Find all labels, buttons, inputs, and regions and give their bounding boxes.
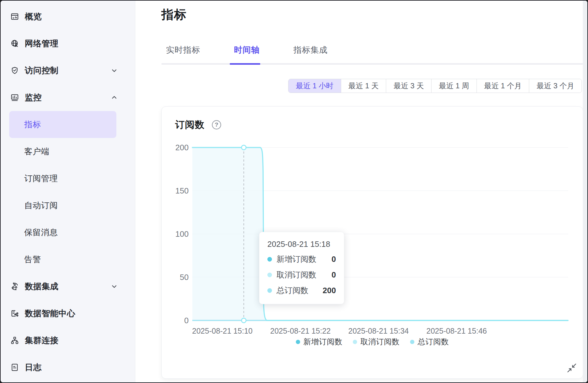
sidebar-item-label: 概览: [25, 11, 42, 22]
legend-item-cancel-subscriptions[interactable]: 取消订阅数: [353, 337, 400, 347]
legend-dot-new: [296, 340, 300, 344]
sidebar-item-logs[interactable]: 日志: [1, 354, 135, 381]
main-content: 指标 实时指标 时间轴 指标集成 最近 1 小时 最近 1 天 最近 3 天 最…: [136, 1, 587, 382]
sidebar-item-label: 数据集成: [25, 281, 58, 292]
sidebar-item-access-control[interactable]: 访问控制: [1, 57, 135, 84]
sidebar-subitem-retained-messages[interactable]: 保留消息: [9, 219, 116, 246]
sidebar-item-data-intelligence[interactable]: 数据智能中心: [1, 300, 135, 327]
tooltip-row: 新增订阅数 0: [267, 254, 336, 265]
globe-icon: [10, 39, 19, 48]
data-intelligence-icon: [10, 309, 19, 318]
y-tick-label: 150: [175, 186, 189, 195]
tab-timeline[interactable]: 时间轴: [234, 44, 260, 56]
legend-label: 总订阅数: [418, 337, 449, 347]
sidebar-subitem-label: 指标: [24, 119, 41, 130]
range-button-1d[interactable]: 最近 1 天: [341, 79, 386, 93]
tooltip-row-label: 取消订阅数: [277, 270, 316, 280]
series-dot-cancel: [267, 273, 272, 277]
legend-item-new-subscriptions[interactable]: 新增订阅数: [296, 337, 343, 347]
range-button-1mo[interactable]: 最近 1 个月: [477, 79, 529, 93]
chart-legend: 新增订阅数 取消订阅数 总订阅数: [162, 337, 583, 347]
sidebar-subitem-alarms[interactable]: 告警: [9, 246, 116, 273]
range-button-3d[interactable]: 最近 3 天: [386, 79, 431, 93]
tooltip-row: 取消订阅数 0: [267, 270, 336, 280]
data-integration-icon: [10, 282, 19, 291]
tab-metrics-integration[interactable]: 指标集成: [293, 44, 328, 56]
chevron-up-icon[interactable]: [111, 94, 118, 101]
tab-realtime-metrics[interactable]: 实时指标: [166, 44, 200, 56]
page-title: 指标: [161, 6, 187, 23]
series-dot-new: [267, 257, 272, 262]
x-tick-label: 2025-08-21 15:46: [426, 327, 487, 335]
tooltip-row-value: 200: [323, 286, 336, 295]
sidebar-item-cluster-linking[interactable]: 集群连接: [1, 327, 135, 354]
sidebar-item-label: 访问控制: [25, 65, 58, 76]
chevron-down-icon[interactable]: [111, 67, 118, 74]
sidebar-item-label: 监控: [25, 92, 42, 103]
tooltip-row-value: 0: [332, 270, 336, 280]
sidebar-subitem-label: 客户端: [24, 146, 50, 157]
legend-label: 新增订阅数: [303, 337, 343, 347]
hover-marker-bottom: [242, 318, 246, 323]
sidebar-item-label: 日志: [25, 362, 42, 373]
legend-item-total-subscriptions[interactable]: 总订阅数: [410, 337, 449, 347]
y-tick-label: 0: [184, 316, 189, 325]
sidebar-subitem-auto-subscribe[interactable]: 自动订阅: [9, 192, 116, 219]
scrollbar-track[interactable]: [583, 1, 587, 382]
sidebar-subitem-metrics[interactable]: 指标: [9, 111, 116, 138]
legend-label: 取消订阅数: [360, 337, 400, 347]
total-subscriptions-area: [192, 147, 267, 320]
overview-icon: [10, 12, 19, 21]
sidebar-subitem-clients[interactable]: 客户端: [9, 138, 116, 165]
sidebar-subitem-subscriptions[interactable]: 订阅管理: [9, 165, 116, 192]
sidebar-subitem-label: 自动订阅: [24, 200, 58, 211]
sidebar-item-data-integration[interactable]: 数据集成: [1, 273, 135, 300]
y-tick-label: 50: [180, 273, 189, 282]
tab-bar: 实时指标 时间轴 指标集成: [166, 44, 328, 56]
sidebar: 概览 网络管理 访问控制 监控 指: [1, 1, 135, 382]
sidebar-item-label: 集群连接: [25, 335, 58, 346]
subscriptions-chart-card: 订阅数 ?: [161, 106, 583, 379]
tooltip-row-label: 新增订阅数: [277, 254, 316, 265]
legend-dot-cancel: [353, 340, 357, 344]
sidebar-subitem-label: 保留消息: [24, 227, 58, 238]
sidebar-item-network[interactable]: 网络管理: [1, 30, 135, 57]
hover-marker-top: [242, 145, 246, 150]
range-button-3mo[interactable]: 最近 3 个月: [529, 79, 582, 93]
tooltip-row: 总订阅数 200: [267, 285, 336, 296]
logs-icon: [10, 363, 19, 372]
range-button-1h[interactable]: 最近 1 小时: [288, 79, 341, 93]
tab-active-indicator: [230, 63, 260, 65]
sidebar-item-label: 数据智能中心: [25, 308, 75, 319]
time-range-group: 最近 1 小时 最近 1 天 最近 3 天 最近 1 周 最近 1 个月 最近 …: [288, 79, 582, 93]
chart-tooltip: 2025-08-21 15:18 新增订阅数 0 取消订阅数 0 总订阅数 20…: [259, 232, 344, 304]
y-tick-label: 200: [175, 143, 189, 152]
sidebar-subitem-label: 告警: [24, 254, 41, 265]
sidebar-item-monitoring[interactable]: 监控: [1, 84, 135, 111]
x-tick-label: 2025-08-21 15:22: [270, 327, 330, 335]
cluster-icon: [10, 336, 19, 345]
tab-underline-track: [161, 63, 583, 65]
y-tick-label: 100: [175, 229, 189, 239]
monitor-chart-icon: [10, 93, 19, 102]
legend-dot-total: [410, 340, 414, 344]
series-dot-total: [267, 288, 272, 293]
chevron-down-icon[interactable]: [111, 283, 118, 290]
tooltip-timestamp: 2025-08-21 15:18: [267, 239, 336, 249]
range-button-1w[interactable]: 最近 1 周: [431, 79, 477, 93]
sidebar-item-label: 网络管理: [25, 38, 58, 49]
sidebar-subitem-label: 订阅管理: [24, 173, 58, 184]
sidebar-item-overview[interactable]: 概览: [1, 3, 135, 30]
shield-check-icon: [10, 66, 19, 75]
tooltip-row-value: 0: [332, 255, 336, 264]
tooltip-row-label: 总订阅数: [277, 285, 308, 296]
x-tick-label: 2025-08-21 15:10: [192, 327, 252, 335]
collapse-icon[interactable]: [566, 362, 577, 373]
app-window: 概览 网络管理 访问控制 监控 指: [0, 0, 588, 383]
x-tick-label: 2025-08-21 15:34: [348, 327, 409, 335]
